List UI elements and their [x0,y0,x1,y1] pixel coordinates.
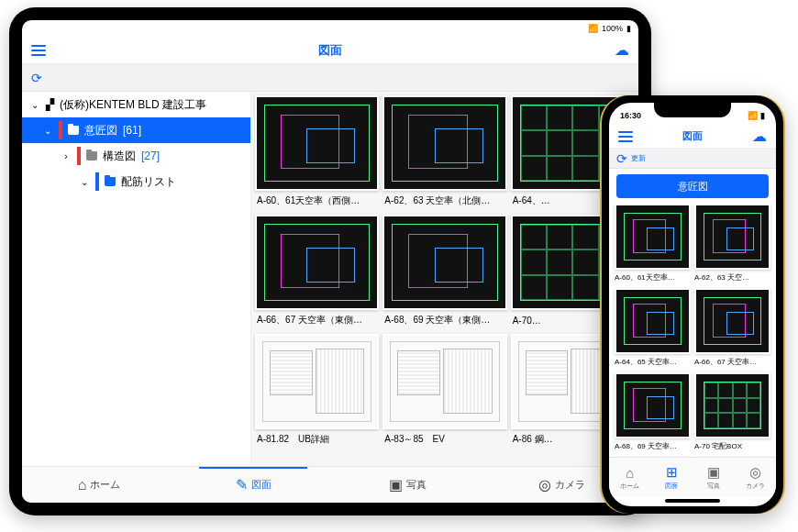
category-marker [77,147,81,165]
iphone-toolbar: ⟳ 更新 [609,149,776,169]
drawing-thumb [382,95,506,191]
iphone-navbar: 図面 ☁ [609,125,776,149]
drawing-caption: A-81.82 UB詳細 [255,429,379,449]
drawing-caption: A-70 宅配BOX [694,438,770,453]
drawing-caption: A-62、63 天空率（北側… [382,191,506,211]
camera-icon: ◎ [749,464,761,481]
ipad-screen: 📶 100% ▮ 図面 ☁ ⟳ ⌄ ▞ (仮称)KENTEM BLD 建設工事 … [22,20,638,503]
cloud-upload-icon[interactable]: ☁ [615,41,629,59]
drawing-thumb [382,215,506,310]
drawing-grid[interactable]: A-60、61天空率（西側… A-62、63 天空率（北側… A-64、… A-… [251,92,638,466]
drawing-tile[interactable]: A-70 宅配BOX [694,372,770,453]
clock: 16:30 [620,111,641,120]
tab-drawings[interactable]: ✎ 図面 [176,467,330,503]
tree-root[interactable]: ⌄ ▞ (仮称)KENTEM BLD 建設工事 [22,92,250,117]
page-title: 図面 [682,129,703,143]
tab-label: 写真 [707,482,720,491]
sync-label[interactable]: 更新 [631,153,646,163]
drawing-caption: A-66、67 天空率… [694,354,770,369]
tab-label: 写真 [406,478,427,492]
tab-photos[interactable]: ▣ 写真 [330,467,484,503]
chevron-down-icon[interactable]: ⌄ [42,126,53,136]
drawing-thumb [615,204,691,270]
wifi-icon: 📶 [588,24,598,33]
tab-label: 図面 [251,478,272,492]
tree-item-label: 意匠図 [84,123,117,139]
tree-item-count: [27] [141,150,160,162]
drawing-thumb [255,95,379,191]
chevron-right-icon[interactable]: › [61,151,72,161]
drawing-caption: A-66、67 天空率（東側… [255,310,379,330]
ipad-tabbar: ⌂ ホーム ✎ 図面 ▣ 写真 ◎ カメラ [22,466,638,503]
drawing-thumb [255,334,379,429]
cloud-upload-icon[interactable]: ☁ [752,127,767,145]
drawing-thumb [255,215,379,310]
toolbar: ⟳ [22,64,638,92]
drawing-tile[interactable]: A-66、67 天空率（東側… [255,215,379,330]
tree-item-count: [61] [123,124,141,137]
drawing-caption: A-62、63 天空… [694,270,770,284]
category-marker [59,121,62,139]
drawing-tile[interactable]: A-81.82 UB詳細 [255,334,379,449]
tab-camera[interactable]: ◎カメラ [735,458,777,497]
tab-label: ホーム [90,478,120,492]
ipad-body: ⌄ ▞ (仮称)KENTEM BLD 建設工事 ⌄ 意匠図 [61] › 構造図 [22,92,638,466]
drawing-tile[interactable]: A-62、63 天空率（北側… [382,95,506,211]
category-marker [95,172,99,191]
home-indicator[interactable] [665,499,720,503]
drawing-thumb [694,288,770,354]
folder-icon [105,177,116,186]
iphone-tabbar: ⌂ホーム ⊞図面 ▣写真 ◎カメラ [609,457,776,497]
drawing-thumb [694,204,770,270]
drawing-icon: ⊞ [666,464,678,481]
iphone-drawing-grid[interactable]: A-60、61天空率… A-62、63 天空… A-64、65 天空率… A-6… [609,204,776,457]
drawing-caption: A-83～85 EV [382,429,506,449]
tab-label: ホーム [620,482,639,491]
tree-item-label: 構造図 [103,149,136,164]
tab-label: カメラ [746,482,765,491]
project-icon: ▞ [46,98,54,111]
ipad-navbar: 図面 ☁ [22,37,638,64]
battery-icon: ▮ [626,24,631,33]
sync-icon[interactable]: ⟳ [31,71,42,85]
drawing-caption: A-68、69 天空率（東側… [382,310,506,330]
iphone-frame: 16:30 📶 ▮ 図面 ☁ ⟳ 更新 意匠図 A-60、61天空率… A-62… [602,95,783,514]
drawing-tile[interactable]: A-60、61天空率（西側… [255,95,379,211]
camera-icon: ◎ [538,476,551,493]
drawing-tile[interactable]: A-64、65 天空率… [615,288,691,369]
tree-item-structure[interactable]: › 構造図 [27] [22,143,250,169]
home-icon: ⌂ [626,465,634,481]
tab-home[interactable]: ⌂ホーム [609,458,651,497]
drawing-tile[interactable]: A-83～85 EV [382,334,506,449]
photo-icon: ▣ [389,476,403,493]
drawing-caption: A-64、65 天空率… [615,354,691,369]
chevron-down-icon[interactable]: ⌄ [29,100,40,110]
drawing-tile[interactable]: A-60、61天空率… [615,204,691,284]
drawing-thumb [615,372,691,438]
ipad-status-bar: 📶 100% ▮ [22,20,638,37]
tree-root-label: (仮称)KENTEM BLD 建設工事 [60,97,206,113]
iphone-notch [654,103,731,117]
chevron-down-icon[interactable]: ⌄ [79,177,90,187]
drawing-tile[interactable]: A-62、63 天空… [694,204,770,284]
tab-home[interactable]: ⌂ ホーム [22,467,176,503]
menu-icon[interactable] [31,45,46,56]
tab-drawings[interactable]: ⊞図面 [651,458,693,497]
tree-item-design[interactable]: ⌄ 意匠図 [61] [22,117,250,143]
sync-icon[interactable]: ⟳ [616,151,627,166]
folder-icon [68,126,79,135]
drawing-tile[interactable]: A-68、69 天空率… [615,372,691,453]
category-banner[interactable]: 意匠図 [616,174,769,198]
drawing-tile[interactable]: A-66、67 天空率… [694,288,770,369]
tree-item-rebar[interactable]: ⌄ 配筋リスト [22,169,250,194]
status-icons: 📶 ▮ [748,111,765,120]
battery-label: 100% [602,24,623,33]
tab-photos[interactable]: ▣写真 [693,458,735,497]
folder-tree: ⌄ ▞ (仮称)KENTEM BLD 建設工事 ⌄ 意匠図 [61] › 構造図 [22,92,251,466]
drawing-thumb [615,288,691,354]
drawing-thumb [382,334,506,429]
drawing-icon: ✎ [236,476,248,493]
drawing-caption: A-68、69 天空率… [615,438,691,453]
menu-icon[interactable] [618,131,633,142]
drawing-tile[interactable]: A-68、69 天空率（東側… [382,215,506,330]
